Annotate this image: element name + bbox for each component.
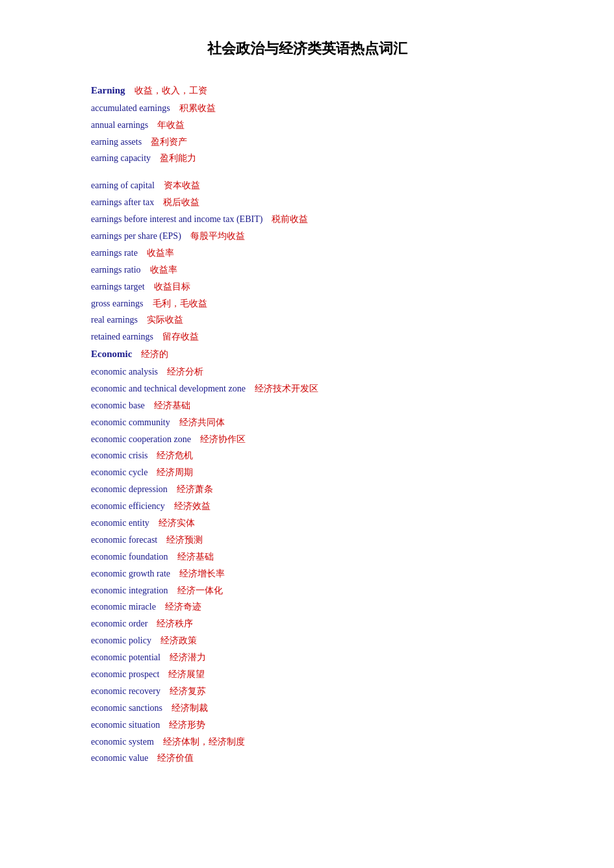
english-term: earning capacity	[91, 153, 151, 163]
chinese-definition: 经济的	[132, 349, 168, 359]
chinese-definition: 经济周期	[147, 467, 193, 477]
vocabulary-entry: economic growth rate 经济增长率	[91, 565, 523, 582]
chinese-definition: 经济制裁	[162, 703, 208, 713]
english-term: earnings ratio	[91, 265, 141, 275]
chinese-definition: 经济分析	[158, 367, 203, 377]
chinese-definition: 经济效益	[165, 501, 211, 511]
vocabulary-entry: earning of capital 资本收益	[91, 177, 523, 194]
vocabulary-entry: earnings before interest and income tax …	[91, 211, 523, 228]
vocabulary-entry: earning assets 盈利资产	[91, 134, 523, 151]
chinese-definition: 每股平均收益	[181, 231, 245, 241]
vocabulary-entry: economic recovery 经济复苏	[91, 683, 523, 700]
vocabulary-entry: earning capacity 盈利能力	[91, 150, 523, 167]
english-term: Economic	[91, 349, 132, 359]
chinese-definition: 经济秩序	[147, 619, 193, 628]
vocabulary-entry: earnings after tax 税后收益	[91, 194, 523, 211]
vocabulary-entry: economic integration 经济一体化	[91, 582, 523, 599]
vocabulary-entry: economic order 经济秩序	[91, 615, 523, 632]
english-term: retained earnings	[91, 332, 153, 341]
chinese-definition: 经济危机	[147, 451, 193, 460]
chinese-definition: 实际收益	[138, 315, 183, 325]
spacer	[91, 167, 523, 177]
english-term: economic depression	[91, 484, 168, 494]
english-term: accumulated earnings	[91, 103, 170, 113]
chinese-definition: 收益率	[138, 248, 174, 258]
chinese-definition: 经济奇迹	[156, 602, 201, 612]
vocabulary-entry: economic miracle 经济奇迹	[91, 599, 523, 615]
vocabulary-entry: economic efficiency 经济效益	[91, 498, 523, 515]
english-term: economic value	[91, 753, 148, 763]
english-term: economic efficiency	[91, 501, 165, 511]
vocabulary-entry: economic analysis 经济分析	[91, 364, 523, 380]
vocabulary-entry: Economic 经济的	[91, 345, 523, 364]
english-term: economic order	[91, 619, 147, 628]
english-term: earnings rate	[91, 248, 138, 258]
vocabulary-entry: Earning 收益，收入，工资	[91, 82, 523, 100]
english-term: economic recovery	[91, 686, 160, 696]
vocabulary-entry: annual earnings 年收益	[91, 117, 523, 134]
vocabulary-entry: accumulated earnings 积累收益	[91, 100, 523, 117]
english-term: economic community	[91, 417, 170, 427]
vocabulary-entry: economic cooperation zone 经济协作区	[91, 431, 523, 448]
english-term: economic analysis	[91, 367, 158, 377]
vocabulary-entry: economic and technical development zone …	[91, 380, 523, 397]
vocabulary-entry: economic community 经济共同体	[91, 414, 523, 431]
english-term: economic cycle	[91, 467, 147, 477]
vocabulary-entry: economic forecast 经济预测	[91, 532, 523, 549]
chinese-definition: 经济萧条	[168, 484, 213, 494]
vocabulary-entry: economic crisis 经济危机	[91, 447, 523, 464]
vocabulary-entry: real earnings 实际收益	[91, 312, 523, 329]
vocabulary-list: Earning 收益，收入，工资accumulated earnings 积累收…	[91, 82, 523, 767]
english-term: economic entity	[91, 518, 149, 528]
page-title: 社会政治与经济类英语热点词汇	[91, 39, 523, 58]
chinese-definition: 经济增长率	[170, 569, 225, 578]
english-term: economic growth rate	[91, 569, 170, 578]
english-term: economic potential	[91, 652, 160, 662]
chinese-definition: 经济形势	[160, 720, 205, 730]
english-term: earnings after tax	[91, 197, 154, 207]
english-term: gross earnings	[91, 299, 144, 308]
chinese-definition: 经济复苏	[160, 686, 206, 696]
english-term: economic sanctions	[91, 703, 162, 713]
chinese-definition: 盈利能力	[151, 153, 196, 163]
vocabulary-entry: economic prospect 经济展望	[91, 666, 523, 683]
english-term: economic forecast	[91, 535, 157, 545]
chinese-definition: 经济实体	[149, 518, 195, 528]
vocabulary-entry: economic cycle 经济周期	[91, 464, 523, 481]
english-term: real earnings	[91, 315, 138, 325]
vocabulary-entry: economic foundation 经济基础	[91, 549, 523, 565]
vocabulary-entry: economic sanctions 经济制裁	[91, 700, 523, 717]
vocabulary-entry: economic value 经济价值	[91, 750, 523, 767]
chinese-definition: 经济基础	[168, 552, 214, 562]
chinese-definition: 盈利资产	[142, 137, 187, 147]
english-term: economic crisis	[91, 451, 147, 460]
english-term: economic prospect	[91, 669, 159, 679]
english-term: economic integration	[91, 586, 168, 595]
chinese-definition: 收益目标	[145, 282, 190, 291]
chinese-definition: 经济共同体	[170, 417, 225, 427]
chinese-definition: 经济基础	[145, 401, 190, 410]
chinese-definition: 经济体制，经济制度	[154, 737, 245, 747]
english-term: economic system	[91, 737, 154, 747]
vocabulary-entry: economic policy 经济政策	[91, 632, 523, 649]
chinese-definition: 积累收益	[170, 103, 216, 113]
chinese-definition: 资本收益	[155, 180, 200, 190]
chinese-definition: 经济协作区	[191, 434, 246, 444]
chinese-definition: 税后收益	[154, 197, 199, 207]
vocabulary-entry: gross earnings 毛利，毛收益	[91, 295, 523, 312]
vocabulary-entry: economic system 经济体制，经济制度	[91, 734, 523, 750]
english-term: earning assets	[91, 137, 142, 147]
vocabulary-entry: earnings rate 收益率	[91, 245, 523, 262]
chinese-definition: 经济展望	[159, 669, 205, 679]
english-term: annual earnings	[91, 120, 148, 130]
english-term: economic foundation	[91, 552, 168, 562]
chinese-definition: 留存收益	[153, 332, 199, 341]
chinese-definition: 经济政策	[151, 636, 197, 645]
vocabulary-entry: economic base 经济基础	[91, 397, 523, 414]
chinese-definition: 经济技术开发区	[246, 384, 318, 393]
chinese-definition: 税前收益	[262, 214, 308, 224]
chinese-definition: 年收益	[148, 120, 185, 130]
english-term: economic policy	[91, 636, 151, 645]
english-term: earning of capital	[91, 180, 155, 190]
english-term: Earning	[91, 85, 125, 95]
